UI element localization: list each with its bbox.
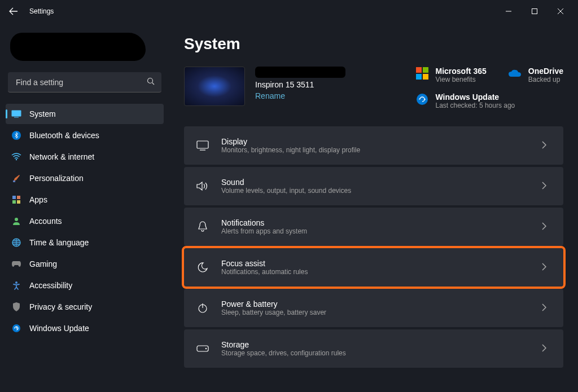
person-icon xyxy=(11,216,21,226)
sidebar-item-windows-update[interactable]: Windows Update xyxy=(6,318,164,338)
microsoft-logo-icon xyxy=(415,67,429,80)
sidebar-item-accessibility[interactable]: Accessibility xyxy=(6,275,164,296)
svg-point-23 xyxy=(205,348,207,349)
setting-row-sound[interactable]: Sound Volume levels, output, input, soun… xyxy=(184,167,563,205)
search-input[interactable] xyxy=(8,72,161,93)
sound-icon xyxy=(196,180,209,192)
nav-list: System Bluetooth & devices Network & int… xyxy=(6,104,164,338)
microsoft-365-card[interactable]: Microsoft 365 View benefits xyxy=(415,67,487,83)
setting-row-power[interactable]: Power & battery Sleep, battery usage, ba… xyxy=(184,289,563,327)
svg-rect-8 xyxy=(13,180,15,182)
device-thumbnail[interactable] xyxy=(184,67,245,106)
sidebar-item-accounts[interactable]: Accounts xyxy=(6,211,164,231)
accessibility-icon xyxy=(11,280,21,290)
setting-row-display[interactable]: Display Monitors, brightness, night ligh… xyxy=(184,126,563,165)
header-row: Inspiron 15 3511 Rename Microsoft 365 Vi… xyxy=(184,67,563,109)
main-layout: System Bluetooth & devices Network & int… xyxy=(0,23,578,392)
svg-rect-10 xyxy=(17,196,20,199)
power-icon xyxy=(196,302,209,314)
minimize-button[interactable] xyxy=(496,2,522,20)
sidebar-item-gaming[interactable]: Gaming xyxy=(6,254,164,274)
shield-icon xyxy=(11,302,21,312)
nav-label: Time & language xyxy=(29,238,89,247)
sidebar-item-network[interactable]: Network & internet xyxy=(6,147,164,167)
setting-row-focus-assist[interactable]: Focus assist Notifications, automatic ru… xyxy=(184,248,563,287)
update-icon xyxy=(11,323,21,333)
wifi-icon xyxy=(11,152,21,162)
moon-icon xyxy=(196,261,209,274)
nav-label: Windows Update xyxy=(29,324,89,333)
row-sub: Notifications, automatic rules xyxy=(221,268,529,276)
setting-row-notifications[interactable]: Notifications Alerts from apps and syste… xyxy=(184,208,563,246)
nav-label: Gaming xyxy=(29,259,57,268)
svg-rect-18 xyxy=(197,141,208,148)
row-sub: Monitors, brightness, night light, displ… xyxy=(221,146,529,154)
search-box xyxy=(8,72,161,93)
sidebar-item-apps[interactable]: Apps xyxy=(6,190,164,210)
device-info: Inspiron 15 3511 Rename xyxy=(255,67,345,100)
user-account-redacted[interactable] xyxy=(10,33,146,61)
page-title: System xyxy=(184,35,563,53)
close-icon xyxy=(558,8,563,14)
titlebar: Settings xyxy=(0,0,578,23)
status-row-bottom: Windows Update Last checked: 5 hours ago xyxy=(415,93,564,109)
display-icon xyxy=(196,139,209,152)
setting-row-storage[interactable]: Storage Storage space, drives, configura… xyxy=(184,329,563,368)
maximize-icon xyxy=(532,8,537,14)
sidebar: System Bluetooth & devices Network & int… xyxy=(0,23,169,392)
onedrive-icon xyxy=(508,67,522,80)
sidebar-item-personalization[interactable]: Personalization xyxy=(6,168,164,188)
globe-clock-icon xyxy=(11,237,21,248)
svg-rect-9 xyxy=(12,196,16,199)
sidebar-item-time-language[interactable]: Time & language xyxy=(6,232,164,253)
chevron-right-icon xyxy=(542,141,551,150)
nav-label: Privacy & security xyxy=(29,302,92,311)
nav-label: Apps xyxy=(29,195,47,204)
status-sub: Last checked: 5 hours ago xyxy=(436,102,515,109)
row-title: Sound xyxy=(221,178,529,187)
chevron-right-icon xyxy=(542,263,551,272)
row-title: Notifications xyxy=(221,218,529,227)
row-title: Storage xyxy=(221,340,529,349)
svg-rect-12 xyxy=(17,200,20,204)
sidebar-item-system[interactable]: System xyxy=(6,104,164,124)
chevron-right-icon xyxy=(542,222,551,231)
row-sub: Alerts from apps and system xyxy=(221,227,529,235)
row-sub: Volume levels, output, input, sound devi… xyxy=(221,187,529,195)
svg-rect-4 xyxy=(12,111,21,117)
row-title: Display xyxy=(221,137,529,146)
rename-link[interactable]: Rename xyxy=(255,91,345,100)
svg-point-13 xyxy=(15,218,18,221)
apps-icon xyxy=(11,195,21,205)
device-name-redacted xyxy=(255,67,345,78)
nav-label: Personalization xyxy=(29,174,84,183)
update-icon xyxy=(415,93,429,106)
status-sub: View benefits xyxy=(436,76,487,83)
storage-icon xyxy=(196,342,209,355)
svg-rect-5 xyxy=(14,117,19,118)
nav-label: Bluetooth & devices xyxy=(29,131,99,140)
svg-rect-1 xyxy=(532,9,537,14)
windows-update-card[interactable]: Windows Update Last checked: 5 hours ago xyxy=(415,93,515,109)
paintbrush-icon xyxy=(11,173,21,183)
maximize-button[interactable] xyxy=(522,2,548,20)
content-area: System Inspiron 15 3511 Rename Microsoft… xyxy=(169,23,578,392)
minimize-icon xyxy=(506,8,511,14)
row-sub: Storage space, drives, configuration rul… xyxy=(221,349,529,357)
settings-list: Display Monitors, brightness, night ligh… xyxy=(184,126,563,368)
onedrive-card[interactable]: OneDrive Backed up xyxy=(508,67,563,83)
bluetooth-icon xyxy=(11,130,21,140)
row-sub: Sleep, battery usage, battery saver xyxy=(221,309,529,316)
nav-label: System xyxy=(29,109,56,118)
sidebar-item-privacy[interactable]: Privacy & security xyxy=(6,297,164,317)
svg-point-17 xyxy=(417,94,428,105)
svg-point-15 xyxy=(15,281,17,284)
sidebar-item-bluetooth[interactable]: Bluetooth & devices xyxy=(6,125,164,146)
window-controls xyxy=(496,2,573,20)
back-button[interactable] xyxy=(5,2,23,20)
chevron-right-icon xyxy=(542,182,551,191)
app-title: Settings xyxy=(29,7,54,15)
status-title: Microsoft 365 xyxy=(436,67,487,76)
nav-label: Network & internet xyxy=(29,152,94,161)
close-button[interactable] xyxy=(548,2,573,20)
